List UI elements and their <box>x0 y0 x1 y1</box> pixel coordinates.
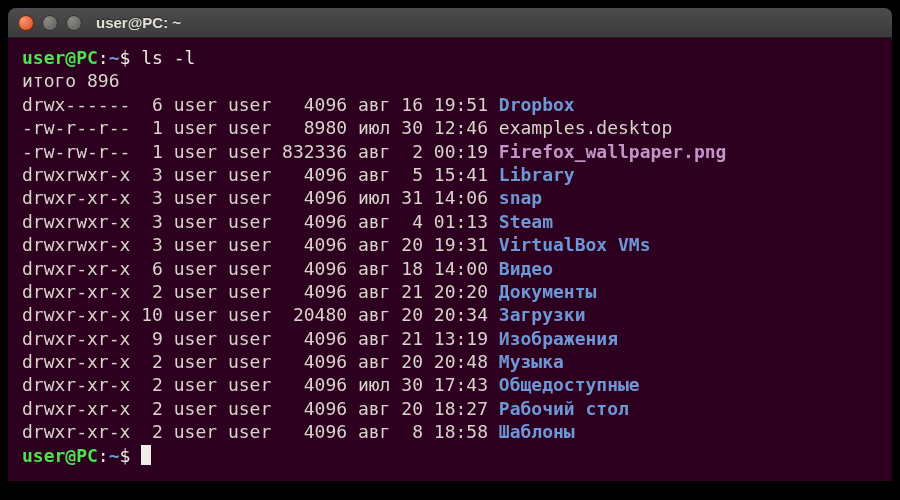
entry-meta: drwxr-xr-x 2 user user 4096 авг 20 18:27 <box>22 398 499 419</box>
entry-name: VirtualBox VMs <box>499 234 651 255</box>
list-item: drwxrwxr-x 3 user user 4096 авг 20 19:31… <box>22 233 878 256</box>
prompt-sigil: $ <box>120 47 131 68</box>
maximize-icon[interactable] <box>66 15 82 31</box>
list-item: drwxr-xr-x 10 user user 20480 авг 20 20:… <box>22 303 878 326</box>
entry-name: Загрузки <box>499 304 586 325</box>
entry-name: Dropbox <box>499 94 575 115</box>
terminal-body[interactable]: user@PC:~$ ls -lитого 896drwx------ 6 us… <box>8 38 892 481</box>
entry-meta: -rw-rw-r-- 1 user user 832336 авг 2 00:1… <box>22 141 499 162</box>
list-item: drwxr-xr-x 2 user user 4096 июл 30 17:43… <box>22 373 878 396</box>
terminal-window: user@PC: ~ user@PC:~$ ls -lитого 896drwx… <box>8 8 892 481</box>
list-item: drwxr-xr-x 3 user user 4096 июл 31 14:06… <box>22 186 878 209</box>
total-line: итого 896 <box>22 69 878 92</box>
entry-meta: -rw-r--r-- 1 user user 8980 июл 30 12:46 <box>22 117 499 138</box>
entry-name: Общедоступные <box>499 374 640 395</box>
list-item: drwxr-xr-x 2 user user 4096 авг 20 18:27… <box>22 397 878 420</box>
window-title: user@PC: ~ <box>96 14 181 31</box>
entry-meta: drwxrwxr-x 3 user user 4096 авг 20 19:31 <box>22 234 499 255</box>
list-item: drwxrwxr-x 3 user user 4096 авг 5 15:41 … <box>22 163 878 186</box>
list-item: drwxr-xr-x 9 user user 4096 авг 21 13:19… <box>22 327 878 350</box>
entry-meta: drwx------ 6 user user 4096 авг 16 19:51 <box>22 94 499 115</box>
entry-name: examples.desktop <box>499 117 672 138</box>
close-icon[interactable] <box>18 15 34 31</box>
entry-name: Library <box>499 164 575 185</box>
cursor <box>141 445 151 465</box>
entry-name: Рабочий стол <box>499 398 629 419</box>
prompt-colon: : <box>98 47 109 68</box>
prompt-userhost: user@PC <box>22 445 98 466</box>
entry-name: Steam <box>499 211 553 232</box>
list-item: drwxr-xr-x 2 user user 4096 авг 21 20:20… <box>22 280 878 303</box>
list-item: drwxr-xr-x 2 user user 4096 авг 8 18:58 … <box>22 420 878 443</box>
entry-meta: drwxrwxr-x 3 user user 4096 авг 5 15:41 <box>22 164 499 185</box>
entry-name: Видео <box>499 258 553 279</box>
prompt: user@PC:~$ <box>22 445 130 466</box>
list-item: drwx------ 6 user user 4096 авг 16 19:51… <box>22 93 878 116</box>
prompt-sigil: $ <box>120 445 131 466</box>
minimize-icon[interactable] <box>42 15 58 31</box>
entry-name: Документы <box>499 281 597 302</box>
entry-meta: drwxrwxr-x 3 user user 4096 авг 4 01:13 <box>22 211 499 232</box>
titlebar[interactable]: user@PC: ~ <box>8 8 892 38</box>
list-item: drwxr-xr-x 6 user user 4096 авг 18 14:00… <box>22 257 878 280</box>
list-item: -rw-rw-r-- 1 user user 832336 авг 2 00:1… <box>22 140 878 163</box>
entry-meta: drwxr-xr-x 3 user user 4096 июл 31 14:06 <box>22 187 499 208</box>
entry-meta: drwxr-xr-x 2 user user 4096 авг 20 20:48 <box>22 351 499 372</box>
entry-meta: drwxr-xr-x 2 user user 4096 авг 8 18:58 <box>22 421 499 442</box>
entry-name: Изображения <box>499 328 618 349</box>
prompt-colon: : <box>98 445 109 466</box>
prompt-userhost: user@PC <box>22 47 98 68</box>
entry-meta: drwxr-xr-x 6 user user 4096 авг 18 14:00 <box>22 258 499 279</box>
entry-meta: drwxr-xr-x 2 user user 4096 июл 30 17:43 <box>22 374 499 395</box>
entry-name: snap <box>499 187 542 208</box>
list-item: -rw-r--r-- 1 user user 8980 июл 30 12:46… <box>22 116 878 139</box>
list-item: drwxr-xr-x 2 user user 4096 авг 20 20:48… <box>22 350 878 373</box>
prompt: user@PC:~$ <box>22 47 130 68</box>
prompt-path: ~ <box>109 47 120 68</box>
entry-name: Шаблоны <box>499 421 575 442</box>
entry-meta: drwxr-xr-x 10 user user 20480 авг 20 20:… <box>22 304 499 325</box>
entry-name: Firefox_wallpaper.png <box>499 141 727 162</box>
entry-meta: drwxr-xr-x 2 user user 4096 авг 21 20:20 <box>22 281 499 302</box>
typed-command: ls -l <box>130 47 195 68</box>
list-item: drwxrwxr-x 3 user user 4096 авг 4 01:13 … <box>22 210 878 233</box>
prompt-path: ~ <box>109 445 120 466</box>
entry-name: Музыка <box>499 351 564 372</box>
entry-meta: drwxr-xr-x 9 user user 4096 авг 21 13:19 <box>22 328 499 349</box>
